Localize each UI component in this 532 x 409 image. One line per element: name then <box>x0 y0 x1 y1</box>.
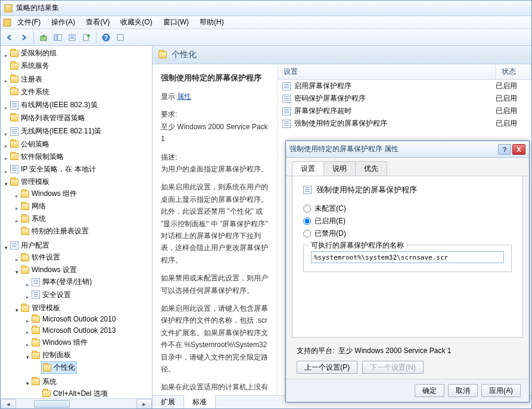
export-button[interactable] <box>80 31 93 44</box>
radio-disabled[interactable]: 已禁用(D) <box>303 229 512 239</box>
dialog-close-button[interactable]: X <box>512 144 525 155</box>
tree-item[interactable]: 注册表 <box>21 74 42 85</box>
dialog-tabs: 设置 说明 优先 <box>286 158 529 176</box>
back-button[interactable] <box>3 31 16 44</box>
tree-item[interactable]: 有线网络(IEEE 802.3)策 <box>21 100 98 110</box>
app-icon <box>4 4 13 13</box>
scroll-right-button[interactable]: ► <box>136 399 152 408</box>
display-label: 显示 <box>161 92 175 101</box>
window-title: 策略的结果集 <box>16 3 59 13</box>
col-status[interactable]: 状态 <box>496 64 531 79</box>
show-hide-tree-button[interactable] <box>51 31 64 44</box>
apply-button[interactable]: 应用(A) <box>481 384 521 397</box>
radio-unconfigured[interactable]: 未配置(C) <box>303 204 512 214</box>
list-row[interactable]: 强制使用特定的屏幕保护程序已启用 <box>278 117 531 130</box>
menu-file[interactable]: 文件(F) <box>13 16 45 29</box>
tree-item[interactable]: Microsoft Outlook 2013 <box>42 326 116 335</box>
tab-precedence[interactable]: 优先 <box>355 161 387 176</box>
svg-rect-2 <box>4 19 11 26</box>
tree-item[interactable]: 脚本(登录/注销) <box>42 277 92 287</box>
tree-item[interactable]: Windows 组件 <box>42 338 88 348</box>
tree-item[interactable]: 文件系统 <box>21 87 49 97</box>
svg-rect-13 <box>117 35 123 40</box>
group-label: 可执行的屏幕保护程序的名称 <box>309 241 406 251</box>
tree-item[interactable]: Ctrl+Alt+Del 选项 <box>53 389 108 399</box>
tree-item[interactable]: 特别的注册表设置 <box>32 226 89 236</box>
list-row[interactable]: 屏幕保护程序超时已启用 <box>278 105 531 117</box>
svg-rect-8 <box>70 37 74 38</box>
list-row[interactable]: 启用屏幕保护程序已启用 <box>278 80 531 92</box>
content-header: 个性化 <box>153 46 531 64</box>
menu-action[interactable]: 操作(A) <box>46 16 80 29</box>
tree-item[interactable]: 软件限制策略 <box>21 152 64 162</box>
svg-rect-4 <box>54 35 57 40</box>
menu-favorites[interactable]: 收藏夹(O) <box>116 16 157 29</box>
tree-item[interactable]: 安全设置 <box>42 290 71 300</box>
tree-item[interactable]: Windows 设置 <box>32 265 77 275</box>
dialog-help-button[interactable]: ? <box>498 144 511 155</box>
list-row[interactable]: 密码保护屏幕保护程序已启用 <box>278 92 531 105</box>
tree-item[interactable]: 管理模板 <box>32 303 60 313</box>
tree-horizontal-scrollbar[interactable]: ◄ ► <box>1 398 152 408</box>
tree-item[interactable]: 公钥策略 <box>21 139 49 149</box>
prev-setting-button[interactable]: 上一个设置(P) <box>297 361 357 374</box>
folder-icon <box>158 51 167 58</box>
screensaver-path-input[interactable] <box>311 251 504 263</box>
radio-enabled[interactable]: 已启用(E) <box>303 216 512 226</box>
menu-window[interactable]: 窗口(W) <box>158 16 194 29</box>
tree-panel[interactable]: 受限制的组 系统服务 注册表 文件系统 有线网络(IEEE 802.3)策 网络… <box>1 46 153 408</box>
svg-rect-5 <box>58 35 61 40</box>
up-button[interactable] <box>37 31 50 44</box>
scroll-thumb[interactable] <box>34 400 70 408</box>
options-group: 可执行的屏幕保护程序的名称 <box>303 245 512 272</box>
menu-help[interactable]: 帮助(H) <box>195 16 229 29</box>
ok-button[interactable]: 确定 <box>415 384 444 397</box>
next-setting-button: 下一个设置(N) <box>362 361 424 374</box>
scroll-left-button[interactable]: ◄ <box>1 399 16 408</box>
tree-item[interactable]: 用户配置 <box>21 241 49 251</box>
description-p2: 如果启用此设置，则系统在用户的桌面上显示指定的屏幕保护程序。此外，此设置还禁用 … <box>161 181 269 266</box>
system-menu-icon[interactable] <box>3 18 11 27</box>
requirement-label: 要求: <box>161 110 177 118</box>
tree-item[interactable]: 无线网络(IEEE 802.11)策 <box>21 126 101 136</box>
tree-item[interactable]: 受限制的组 <box>21 48 57 58</box>
refresh-button[interactable] <box>114 31 127 44</box>
dialog-setting-name: 强制使用特定的屏幕保护程序 <box>316 185 417 195</box>
properties-button[interactable] <box>66 31 79 44</box>
tab-setting[interactable]: 设置 <box>292 161 324 176</box>
support-info: 支持的平台: 至少 Windows 2000 Service Pack 1 <box>297 346 518 356</box>
cancel-button[interactable]: 取消 <box>448 384 478 397</box>
tree-item[interactable]: 网络列表管理器策略 <box>21 113 85 123</box>
dialog-titlebar[interactable]: 强制使用特定的屏幕保护程序 属性 ? X <box>286 141 529 158</box>
col-setting[interactable]: 设置 <box>278 64 496 79</box>
folder-icon <box>10 50 18 57</box>
svg-rect-1 <box>6 5 11 7</box>
tab-extended[interactable]: 扩展 <box>153 396 184 408</box>
tree-item[interactable]: 管理模板 <box>21 177 49 187</box>
dialog-title: 强制使用特定的屏幕保护程序 属性 <box>290 144 497 154</box>
menu-view[interactable]: 查看(V) <box>81 16 114 29</box>
menubar: 文件(F) 操作(A) 查看(V) 收藏夹(O) 窗口(W) 帮助(H) <box>1 16 531 29</box>
tree-item[interactable]: 软件设置 <box>32 252 60 263</box>
tree-item[interactable]: IP 安全策略，在 本地计 <box>21 164 96 174</box>
toolbar: ? <box>1 29 531 46</box>
tree-item[interactable]: 网络 <box>32 201 46 211</box>
dialog-content: 强制使用特定的屏幕保护程序 未配置(C) 已启用(E) 已禁用(D) 可执行的屏… <box>292 176 523 338</box>
svg-rect-7 <box>70 36 74 36</box>
help-button[interactable]: ? <box>99 31 113 44</box>
description-p4: 如果启用此设置，请键入包含屏幕保护程序的文件的名称，包括 .scr 文件扩展名。… <box>161 302 269 375</box>
tree-item[interactable]: 系统 <box>42 377 57 387</box>
tab-standard[interactable]: 标准 <box>184 395 216 408</box>
tree-item[interactable]: 系统服务 <box>21 61 49 71</box>
properties-link[interactable]: 属性 <box>177 92 191 101</box>
tab-explain[interactable]: 说明 <box>323 161 356 176</box>
tree-item[interactable]: Windows 组件 <box>32 189 77 199</box>
tree-item-selected[interactable]: 个性化 <box>54 363 75 373</box>
tree-item[interactable]: Microsoft Outlook 2010 <box>42 315 116 323</box>
setting-title: 强制使用特定的屏幕保护程序 <box>161 71 269 85</box>
policy-icon <box>282 82 291 90</box>
tree-item[interactable]: 控制面板 <box>42 350 71 360</box>
tree-item[interactable]: 系统 <box>32 214 46 224</box>
list-header: 设置 状态 <box>278 64 531 80</box>
forward-button[interactable] <box>17 31 30 44</box>
